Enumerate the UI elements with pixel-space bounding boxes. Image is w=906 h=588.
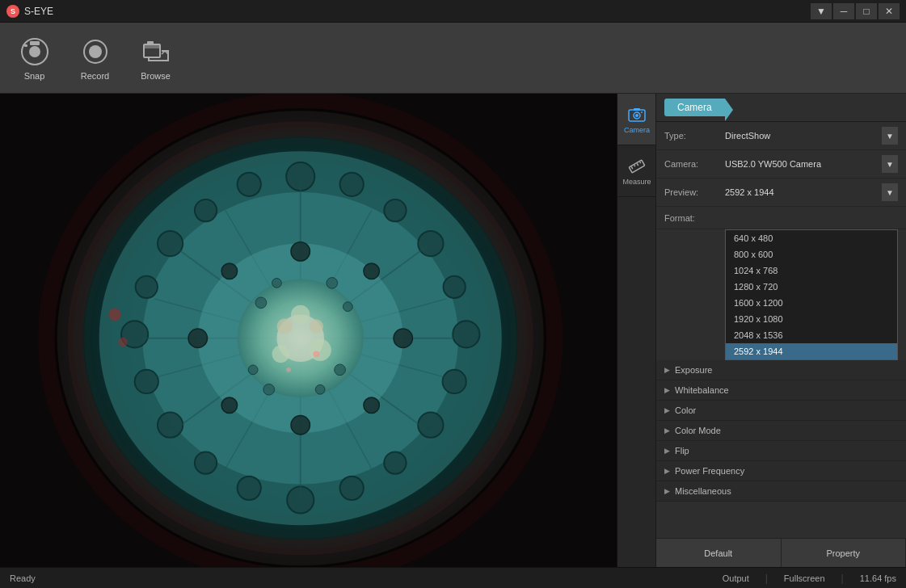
dropdown-item-1[interactable]: 800 x 600: [726, 246, 897, 262]
svg-line-89: [631, 166, 633, 169]
default-button[interactable]: Default: [656, 539, 782, 567]
svg-point-85: [635, 114, 638, 117]
snap-button[interactable]: Snap: [8, 29, 61, 87]
svg-point-81: [286, 368, 291, 372]
restore-button[interactable]: □: [856, 3, 877, 19]
svg-line-92: [640, 162, 641, 163]
dropdown-item-7[interactable]: 2592 x 1944: [726, 343, 897, 359]
icon-strip: Camera Measure: [617, 94, 655, 567]
window-controls: ▼ ─ □ ✕: [811, 3, 900, 19]
menu-button[interactable]: ▼: [811, 3, 832, 19]
svg-rect-8: [147, 41, 154, 44]
svg-point-80: [313, 351, 319, 357]
camera-tab-label: Camera: [677, 102, 712, 113]
titlebar: S S-EYE ▼ ─ □ ✕: [0, 0, 906, 23]
status-fps: 11.64 fps: [860, 573, 896, 583]
content-area: Camera Measure Camera: [0, 94, 906, 567]
svg-rect-7: [144, 44, 160, 48]
flip-arrow: ▶: [664, 447, 670, 455]
sidebar-item-camera[interactable]: Camera: [617, 94, 656, 145]
exposure-section[interactable]: ▶ Exposure: [656, 360, 906, 380]
flip-section[interactable]: ▶ Flip: [656, 441, 906, 461]
snap-label: Snap: [24, 71, 45, 81]
record-label: Record: [81, 71, 109, 81]
dropdown-item-5[interactable]: 1920 x 1080: [726, 311, 897, 327]
color-section[interactable]: ▶ Color: [656, 401, 906, 421]
right-panel: Camera Measure Camera: [617, 94, 906, 567]
toolbar: Snap Record Browse: [0, 23, 906, 94]
preview-dropdown-arrow[interactable]: ▼: [882, 183, 898, 201]
format-dropdown-container: 640 x 480 800 x 600 1024 x 768 1280 x 72…: [656, 229, 906, 360]
svg-rect-3: [24, 44, 27, 47]
camera-tab[interactable]: Camera: [664, 99, 725, 116]
type-row: Type: DirectShow ▼: [656, 122, 906, 150]
misc-label: Miscellaneous: [675, 486, 731, 496]
misc-arrow: ▶: [664, 487, 670, 495]
colormode-label: Color Mode: [675, 426, 721, 435]
record-icon: [79, 36, 112, 68]
powerfreq-arrow: ▶: [664, 467, 670, 475]
svg-line-91: [637, 163, 638, 166]
snap-icon: [19, 36, 51, 68]
color-arrow: ▶: [664, 406, 670, 414]
minimize-button[interactable]: ─: [833, 3, 854, 19]
flip-label: Flip: [675, 446, 689, 456]
svg-line-90: [634, 165, 635, 166]
measure-icon-label: Measure: [622, 178, 651, 186]
panel-scroll[interactable]: Type: DirectShow ▼ Camera: USB2.0 YW500 …: [656, 122, 906, 538]
svg-point-78: [108, 309, 121, 321]
type-label: Type:: [664, 131, 725, 141]
status-ready: Ready: [10, 573, 36, 583]
browse-label: Browse: [141, 71, 171, 81]
svg-rect-88: [629, 160, 645, 173]
status-fullscreen: Fullscreen: [784, 573, 825, 583]
dropdown-item-3[interactable]: 1280 x 720: [726, 279, 897, 295]
preview-label: Preview:: [664, 187, 725, 197]
format-label: Format:: [664, 213, 725, 223]
close-button[interactable]: ✕: [879, 3, 900, 19]
record-button[interactable]: Record: [69, 29, 121, 87]
camera-icon: [627, 105, 647, 124]
svg-point-77: [57, 111, 544, 565]
preview-row: Preview: 2592 x 1944 ▼: [656, 178, 906, 207]
app-icon: S: [6, 5, 19, 18]
sidebar-footer: Default Property: [656, 538, 906, 567]
whitebalance-arrow: ▶: [664, 386, 670, 394]
camera-tab-header: Camera: [656, 94, 906, 122]
exposure-arrow: ▶: [664, 366, 670, 374]
sidebar-item-measure[interactable]: Measure: [617, 145, 656, 197]
svg-point-87: [641, 111, 643, 113]
color-label: Color: [675, 405, 696, 415]
dropdown-item-4[interactable]: 1600 x 1200: [726, 295, 897, 311]
type-value: DirectShow: [725, 131, 882, 141]
preview-value: 2592 x 1944: [725, 187, 882, 197]
camera-row: Camera: USB2.0 YW500 Camera ▼: [656, 150, 906, 178]
svg-point-5: [89, 45, 102, 58]
statusbar: Ready Output | Fullscreen | 11.64 fps: [0, 567, 906, 588]
svg-point-1: [29, 46, 40, 57]
whitebalance-section[interactable]: ▶ Whitebalance: [656, 380, 906, 401]
camera-label: Camera:: [664, 159, 725, 169]
powerfreq-section[interactable]: ▶ Power Frequency: [656, 461, 906, 481]
colormode-arrow: ▶: [664, 426, 670, 435]
camera-value: USB2.0 YW500 Camera: [725, 159, 882, 169]
format-row: Format:: [656, 207, 906, 229]
svg-rect-86: [634, 108, 640, 111]
format-dropdown-list[interactable]: 640 x 480 800 x 600 1024 x 768 1280 x 72…: [725, 229, 898, 360]
camera-icon-label: Camera: [624, 126, 650, 134]
whitebalance-label: Whitebalance: [675, 385, 729, 395]
camera-dropdown-arrow[interactable]: ▼: [882, 155, 898, 173]
type-dropdown-arrow[interactable]: ▼: [882, 127, 898, 145]
dropdown-item-6[interactable]: 2048 x 1536: [726, 327, 897, 343]
colormode-section[interactable]: ▶ Color Mode: [656, 421, 906, 441]
settings-panel: Camera Type: DirectShow ▼ Camera: USB2.0…: [655, 94, 906, 567]
preview-area: [0, 94, 617, 567]
property-button[interactable]: Property: [782, 539, 907, 567]
camera-preview: [0, 94, 617, 567]
browse-button[interactable]: Browse: [129, 29, 182, 87]
misc-section[interactable]: ▶ Miscellaneous: [656, 481, 906, 502]
dropdown-item-2[interactable]: 1024 x 768: [726, 262, 897, 279]
dropdown-item-0[interactable]: 640 x 480: [726, 230, 897, 246]
svg-rect-2: [30, 41, 40, 45]
powerfreq-label: Power Frequency: [675, 466, 744, 476]
